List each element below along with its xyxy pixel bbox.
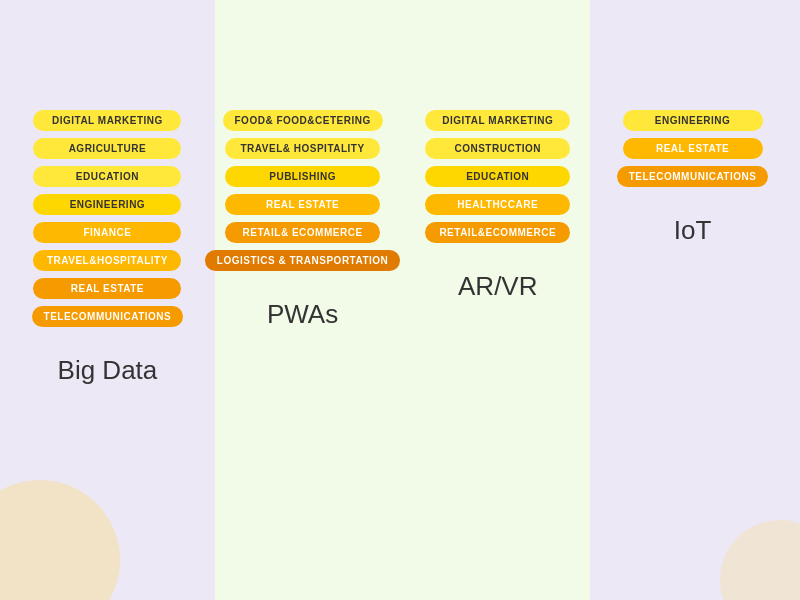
tag-big-data-0: DIGITAL MARKETING — [33, 110, 181, 131]
tag-big-data-2: EDUCATION — [33, 166, 181, 187]
tags-area-big-data: DIGITAL MARKETINGAGRICULTUREEDUCATIONENG… — [32, 110, 184, 327]
column-label-big-data: Big Data — [58, 355, 158, 386]
tag-ar-vr-2: EDUCATION — [425, 166, 570, 187]
tag-big-data-3: ENGINEERING — [33, 194, 181, 215]
tag-iot-2: TELECOMMUNICATIONS — [617, 166, 769, 187]
tag-big-data-7: TELECOMMUNICATIONS — [32, 306, 184, 327]
tag-ar-vr-3: HEALTHCCARE — [425, 194, 570, 215]
tag-pwas-4: RETAIL& ECOMMERCE — [225, 222, 380, 243]
tag-iot-1: REAL ESTATE — [623, 138, 763, 159]
column-big-data: DIGITAL MARKETINGAGRICULTUREEDUCATIONENG… — [10, 30, 205, 580]
tag-big-data-4: FINANCE — [33, 222, 181, 243]
tag-pwas-2: PUBLISHING — [225, 166, 380, 187]
tag-pwas-1: TRAVEL& HOSPITALITY — [225, 138, 380, 159]
column-label-iot: IoT — [674, 215, 712, 246]
tags-area-ar-vr: DIGITAL MARKETINGCONSTRUCTIONEDUCATIONHE… — [425, 110, 570, 243]
tags-area-iot: ENGINEERINGREAL ESTATETELECOMMUNICATIONS — [617, 110, 769, 187]
tag-ar-vr-0: DIGITAL MARKETING — [425, 110, 570, 131]
tag-iot-0: ENGINEERING — [623, 110, 763, 131]
tag-big-data-1: AGRICULTURE — [33, 138, 181, 159]
tag-pwas-5: LOGISTICS & TRANSPORTATION — [205, 250, 401, 271]
column-label-ar-vr: AR/VR — [458, 271, 537, 302]
tag-pwas-3: REAL ESTATE — [225, 194, 380, 215]
column-pwas: FOOD& FOOD&CETERINGTRAVEL& HOSPITALITYPU… — [205, 30, 401, 580]
tag-ar-vr-1: CONSTRUCTION — [425, 138, 570, 159]
column-ar-vr: DIGITAL MARKETINGCONSTRUCTIONEDUCATIONHE… — [400, 30, 595, 580]
main-container: DIGITAL MARKETINGAGRICULTUREEDUCATIONENG… — [0, 0, 800, 600]
tag-big-data-5: TRAVEL&HOSPITALITY — [33, 250, 181, 271]
column-iot: ENGINEERINGREAL ESTATETELECOMMUNICATIONS… — [595, 30, 790, 580]
tag-big-data-6: REAL ESTATE — [33, 278, 181, 299]
tag-pwas-0: FOOD& FOOD&CETERING — [223, 110, 383, 131]
column-label-pwas: PWAs — [267, 299, 338, 330]
tag-ar-vr-4: RETAIL&ECOMMERCE — [425, 222, 570, 243]
tags-area-pwas: FOOD& FOOD&CETERINGTRAVEL& HOSPITALITYPU… — [205, 110, 401, 271]
